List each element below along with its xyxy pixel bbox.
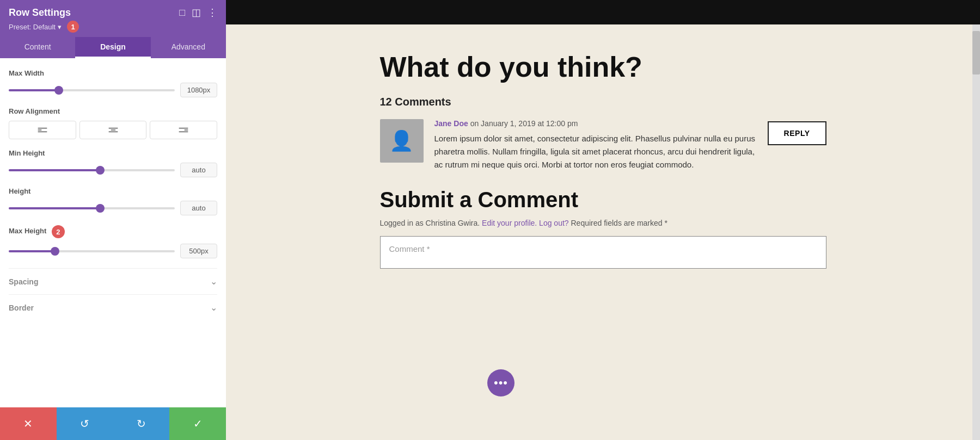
badge-1: 1 [67, 21, 79, 33]
cancel-button[interactable]: ✕ [0, 407, 57, 440]
border-label: Border [9, 303, 34, 312]
fab-dots-icon: ••• [494, 376, 508, 390]
comment-date: on January 1, 2019 at 12:00 pm [470, 119, 578, 128]
min-height-input[interactable] [180, 163, 217, 177]
scrollbar-track[interactable] [972, 24, 980, 440]
comment-meta: Jane Doe on January 1, 2019 at 12:00 pm [434, 119, 757, 128]
spacing-chevron: ⌄ [210, 276, 217, 287]
spacing-section: Spacing ⌄ [9, 268, 217, 294]
min-height-label: Min Height [9, 149, 217, 157]
undo-button[interactable]: ↺ [57, 407, 113, 440]
min-height-slider-row [9, 163, 217, 177]
fab-button[interactable]: ••• [487, 369, 514, 396]
comment-block: 👤 Jane Doe on January 1, 2019 at 12:00 p… [380, 119, 826, 171]
border-chevron: ⌄ [210, 302, 217, 313]
top-black-bar [226, 0, 980, 24]
left-panel: Row Settings □ ◫ ⋮ Preset: Default ▾ 1 C… [0, 0, 226, 440]
align-left-button[interactable] [9, 121, 76, 139]
more-icon[interactable]: ⋮ [207, 7, 217, 18]
avatar: 👤 [380, 119, 424, 163]
comment-placeholder: Comment * [389, 244, 430, 253]
right-wrapper: What do you think? 12 Comments 👤 Jane Do… [226, 0, 980, 440]
preset-arrow[interactable]: ▾ [58, 23, 62, 31]
height-slider-row [9, 201, 217, 215]
height-label: Height [9, 187, 217, 195]
preset-row: Preset: Default ▾ 1 [9, 21, 217, 33]
max-width-slider-row [9, 83, 217, 97]
height-field: Height [9, 187, 217, 215]
spacing-header[interactable]: Spacing ⌄ [9, 276, 217, 287]
page-title: What do you think? [380, 52, 826, 83]
height-track[interactable] [9, 207, 175, 209]
right-inner: What do you think? 12 Comments 👤 Jane Do… [358, 24, 848, 301]
max-height-input[interactable] [180, 244, 217, 258]
submit-comment-title: Submit a Comment [380, 188, 826, 212]
avatar-icon: 👤 [389, 129, 414, 152]
row-alignment-field: Row Alignment [9, 107, 217, 139]
border-section: Border ⌄ [9, 294, 217, 320]
edit-profile-link[interactable]: Edit your profile. [482, 219, 537, 227]
max-height-track[interactable] [9, 250, 175, 252]
redo-button[interactable]: ↻ [113, 407, 170, 440]
comment-text: Lorem ipsum dolor sit amet, consectetur … [434, 132, 757, 171]
comment-content: Jane Doe on January 1, 2019 at 12:00 pm … [434, 119, 757, 171]
panel-body: Max Width Row Alignment [0, 58, 226, 440]
max-height-slider-row [9, 244, 217, 258]
logout-link[interactable]: Log out? [539, 219, 569, 227]
comment-input[interactable]: Comment * [380, 236, 826, 269]
tab-advanced[interactable]: Advanced [151, 37, 226, 58]
min-height-track[interactable] [9, 169, 175, 171]
commenter-name: Jane Doe [434, 119, 468, 128]
align-right-button[interactable] [150, 121, 217, 139]
max-width-track[interactable] [9, 89, 175, 91]
panel-title: Row Settings [9, 7, 71, 18]
bottom-bar: ✕ ↺ ↻ ✓ [0, 407, 226, 440]
header-icons: □ ◫ ⋮ [179, 7, 217, 18]
resize-icon[interactable]: □ [179, 7, 185, 18]
scrollbar-thumb[interactable] [972, 31, 980, 75]
border-header[interactable]: Border ⌄ [9, 302, 217, 313]
tab-content[interactable]: Content [0, 37, 75, 58]
panel-tabs: Content Design Advanced [0, 37, 226, 58]
alignment-buttons [9, 121, 217, 139]
max-height-field: Max Height 2 [9, 225, 217, 258]
logged-in-text: Logged in as Christina Gwira. Edit your … [380, 219, 826, 227]
columns-icon[interactable]: ◫ [192, 7, 201, 18]
min-height-field: Min Height [9, 149, 217, 177]
reply-button[interactable]: REPLY [768, 121, 826, 145]
right-content: What do you think? 12 Comments 👤 Jane Do… [226, 24, 980, 440]
save-button[interactable]: ✓ [169, 407, 226, 440]
max-width-field: Max Width [9, 69, 217, 97]
preset-label: Preset: Default [9, 23, 56, 31]
height-input[interactable] [180, 201, 217, 215]
comments-count: 12 Comments [380, 96, 826, 108]
align-center-button[interactable] [79, 121, 147, 139]
spacing-label: Spacing [9, 277, 38, 286]
max-width-label: Max Width [9, 69, 217, 77]
badge-2: 2 [52, 225, 65, 238]
row-alignment-label: Row Alignment [9, 107, 217, 115]
max-width-input[interactable] [180, 83, 217, 97]
max-height-label: Max Height 2 [9, 225, 217, 238]
panel-header: Row Settings □ ◫ ⋮ Preset: Default ▾ 1 [0, 0, 226, 37]
tab-design[interactable]: Design [75, 37, 150, 58]
